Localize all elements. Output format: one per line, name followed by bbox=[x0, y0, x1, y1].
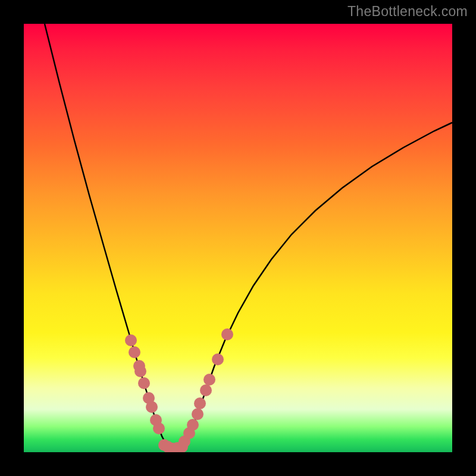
data-node bbox=[200, 384, 212, 396]
data-node bbox=[203, 374, 215, 386]
data-node bbox=[134, 365, 146, 377]
chart-plot-area bbox=[24, 24, 452, 452]
data-node bbox=[212, 353, 224, 365]
data-node bbox=[192, 408, 203, 420]
data-node bbox=[153, 422, 165, 434]
data-node bbox=[221, 328, 233, 340]
data-node bbox=[187, 419, 199, 431]
curve-left bbox=[45, 24, 174, 450]
watermark-text: TheBottleneck.com bbox=[347, 4, 468, 20]
data-node bbox=[146, 401, 158, 413]
curve-right bbox=[174, 123, 452, 450]
data-node bbox=[125, 334, 137, 346]
chart-svg bbox=[24, 24, 452, 452]
data-node bbox=[138, 377, 150, 389]
data-node bbox=[129, 346, 140, 358]
chart-outer-frame: TheBottleneck.com bbox=[0, 0, 476, 476]
data-node bbox=[194, 397, 206, 409]
